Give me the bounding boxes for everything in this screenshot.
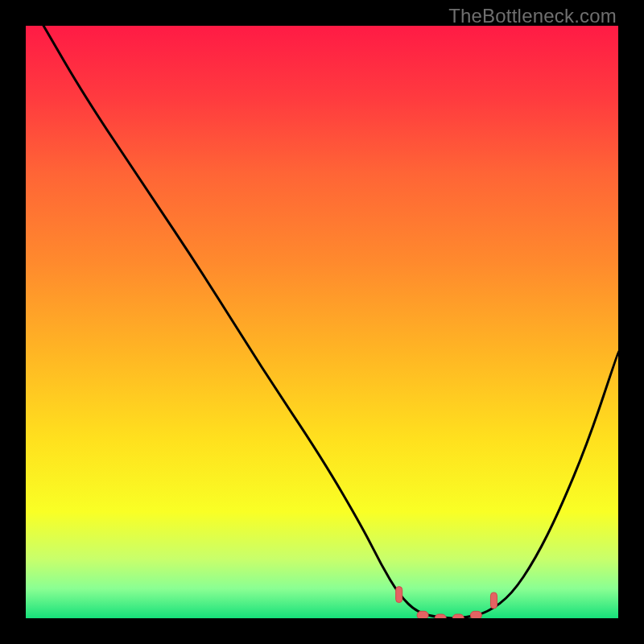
- bottleneck-curve: [43, 26, 618, 618]
- curve-layer: [26, 26, 618, 618]
- optimal-range-start: [396, 587, 402, 603]
- optimal-point-c: [452, 614, 464, 618]
- plot-area: [26, 26, 618, 618]
- chart-frame: TheBottleneck.com: [0, 0, 644, 644]
- optimal-point-a: [417, 611, 428, 618]
- optimal-range-end: [490, 592, 497, 609]
- optimal-point-d: [470, 611, 481, 618]
- watermark-label: TheBottleneck.com: [448, 5, 617, 27]
- optimal-point-b: [435, 614, 446, 618]
